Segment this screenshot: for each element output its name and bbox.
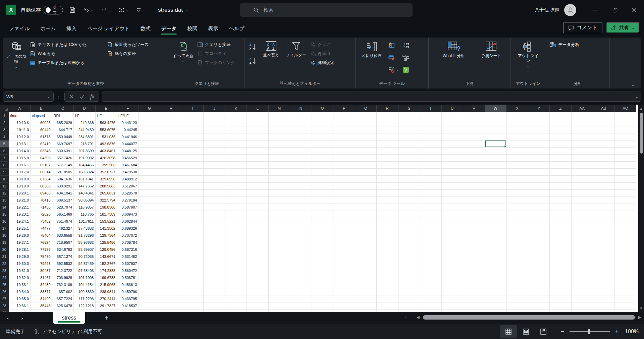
cell-O7[interactable] (312, 154, 333, 161)
formula-input[interactable]: ⌄ (102, 92, 641, 102)
cell-S12[interactable] (398, 189, 420, 196)
cell-AA10[interactable] (571, 175, 593, 182)
cell-AC22[interactable] (614, 260, 636, 267)
outline-dropdown-icon[interactable]: ⌄ (527, 64, 529, 68)
cell-X26[interactable] (506, 288, 528, 295)
cell-M13[interactable] (268, 196, 290, 204)
cell-U22[interactable] (441, 260, 463, 267)
cell-AA22[interactable] (571, 260, 593, 267)
cell-I11[interactable] (182, 182, 204, 189)
cell-G22[interactable] (139, 260, 160, 267)
cell-Y6[interactable] (528, 147, 550, 154)
close-button[interactable] (625, 0, 644, 20)
row-header-18[interactable]: 18 (0, 232, 9, 239)
cell-I20[interactable] (182, 246, 204, 253)
cell-Z17[interactable] (550, 225, 572, 232)
cell-W26[interactable] (485, 288, 506, 295)
zoom-slider-handle[interactable] (588, 329, 590, 334)
cell-Q7[interactable] (355, 154, 377, 161)
cell-P25[interactable] (333, 281, 355, 288)
cell-N20[interactable] (290, 246, 312, 253)
cell-M27[interactable] (268, 295, 290, 302)
row-header-20[interactable]: 20 (0, 246, 9, 253)
cell-AB19[interactable] (593, 239, 615, 246)
cell-Z22[interactable] (550, 260, 572, 267)
cell-G21[interactable] (139, 253, 160, 260)
cell-L9[interactable] (247, 168, 269, 175)
cell-E27[interactable]: 270.2414 (95, 295, 117, 302)
cell-T24[interactable] (420, 274, 442, 281)
cell-J13[interactable] (204, 196, 225, 204)
cell-Y23[interactable] (528, 267, 550, 274)
cell-L19[interactable] (247, 239, 269, 246)
cell-E15[interactable]: 181.7389 (95, 211, 117, 218)
cell-K8[interactable] (225, 161, 247, 168)
cell-K27[interactable] (225, 295, 247, 302)
cell-F8[interactable]: 0.461684 (117, 161, 139, 168)
cell-J12[interactable] (204, 189, 225, 196)
cell-S4[interactable] (398, 133, 420, 140)
cell-P21[interactable] (333, 253, 355, 260)
cell-A7[interactable]: 19:15.0 (9, 154, 31, 161)
cell-R11[interactable] (377, 182, 398, 189)
cell-C6[interactable]: 630.6391 (52, 147, 74, 154)
cell-T4[interactable] (420, 133, 442, 140)
cell-S18[interactable] (398, 232, 420, 239)
cell-R15[interactable] (377, 211, 398, 218)
cell-AC19[interactable] (614, 239, 636, 246)
row-header-3[interactable]: 3 (0, 126, 9, 133)
cell-AB6[interactable] (593, 147, 615, 154)
cell-M15[interactable] (268, 211, 290, 218)
cell-E17[interactable]: 141.3502 (95, 225, 117, 232)
cell-X15[interactable] (506, 211, 528, 218)
row-header-4[interactable]: 4 (0, 133, 9, 140)
cell-Y21[interactable] (528, 253, 550, 260)
cell-V16[interactable] (463, 218, 485, 225)
cell-C10[interactable]: 594.1636 (52, 175, 74, 182)
cell-O1[interactable] (312, 112, 333, 119)
cell-H9[interactable] (160, 168, 182, 175)
column-header-Y[interactable]: Y (528, 105, 550, 112)
cell-F29[interactable] (117, 309, 139, 312)
cell-I12[interactable] (182, 189, 204, 196)
cell-H1[interactable] (160, 112, 182, 119)
cell-Q29[interactable] (355, 309, 377, 312)
vertical-scroll-thumb[interactable] (640, 113, 643, 154)
cell-O6[interactable] (312, 147, 333, 154)
cell-N26[interactable] (290, 288, 312, 295)
cell-L17[interactable] (247, 225, 269, 232)
cell-G6[interactable] (139, 147, 160, 154)
column-header-C[interactable]: C (52, 105, 74, 112)
cell-K14[interactable] (225, 204, 247, 211)
cell-V8[interactable] (463, 161, 485, 168)
cell-H21[interactable] (160, 253, 182, 260)
cell-B8[interactable]: 65107 (31, 161, 52, 168)
cell-A24[interactable]: 19:32.0 (9, 274, 31, 281)
row-header-10[interactable]: 10 (0, 175, 9, 182)
cell-U10[interactable] (441, 175, 463, 182)
cell-W13[interactable] (485, 196, 506, 204)
cell-E22[interactable]: 152.2767 (95, 260, 117, 267)
cell-AB17[interactable] (593, 225, 615, 232)
cell-S25[interactable] (398, 281, 420, 288)
cell-A26[interactable]: 19:34.0 (9, 288, 31, 295)
cell-G19[interactable] (139, 239, 160, 246)
row-header-14[interactable]: 14 (0, 204, 9, 211)
cell-U23[interactable] (441, 267, 463, 274)
cell-AA27[interactable] (571, 295, 593, 302)
cell-I24[interactable] (182, 274, 204, 281)
cell-AB21[interactable] (593, 253, 615, 260)
cell-W4[interactable] (485, 133, 506, 140)
ribbon-tab-5[interactable]: データ (157, 23, 181, 35)
cell-E3[interactable]: 553.6075 (95, 126, 117, 133)
cell-AB1[interactable] (593, 112, 615, 119)
autosave-toggle[interactable]: オフ (44, 6, 63, 14)
row-header-26[interactable]: 26 (0, 288, 9, 295)
cell-AC10[interactable] (614, 175, 636, 182)
cell-O3[interactable] (312, 126, 333, 133)
cell-AB23[interactable] (593, 267, 615, 274)
cell-X11[interactable] (506, 182, 528, 189)
cell-AC7[interactable] (614, 154, 636, 161)
cell-Y20[interactable] (528, 246, 550, 253)
cell-Q6[interactable] (355, 147, 377, 154)
